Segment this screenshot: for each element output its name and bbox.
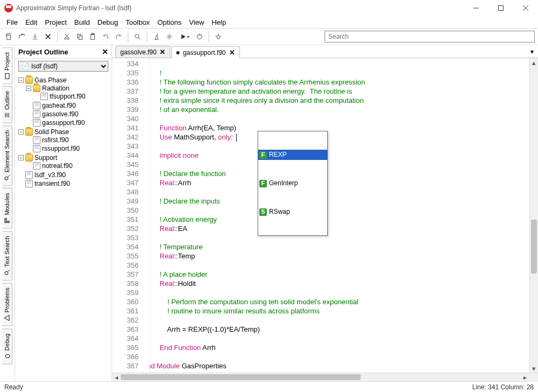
debug-button[interactable] (212, 31, 224, 43)
tree-folder-solid-phase[interactable]: Solid Phase (35, 128, 69, 136)
menu-build[interactable]: Build (71, 17, 93, 27)
svg-line-23 (216, 36, 217, 37)
svg-line-24 (220, 36, 222, 37)
svg-point-29 (5, 177, 8, 180)
undo-button[interactable] (100, 31, 112, 43)
open-button[interactable] (16, 31, 28, 43)
tree-file[interactable]: transient.f90 (35, 180, 70, 187)
svg-point-19 (168, 36, 170, 38)
tree-file[interactable]: tfsupport.f90 (50, 93, 86, 100)
menu-view[interactable]: View (186, 17, 208, 27)
scrollbar-thumb[interactable] (531, 220, 537, 274)
tree-file[interactable]: rsfirst.f90 (42, 136, 68, 144)
tree-file[interactable]: gassolve.f90 (42, 110, 78, 118)
file-icon (25, 180, 33, 187)
folder-icon (25, 154, 33, 162)
editor-tabs: gassolve.f90✕ gassupport.f90✕ ▾ (112, 45, 538, 58)
tree-file[interactable]: lsdf_v3.f90 (35, 171, 66, 179)
svg-point-36 (5, 354, 10, 358)
vtab-outline[interactable]: Outline (2, 86, 12, 123)
scrollbar-thumb[interactable] (121, 374, 361, 380)
minimize-button[interactable] (464, 0, 488, 16)
editor-area: gassolve.f90✕ gassupport.f90✕ ▾ 334 335 … (112, 45, 538, 381)
autocomplete-item[interactable]: FREXP (258, 150, 327, 160)
autocomplete-item[interactable]: FGenInterp (258, 178, 327, 188)
svg-point-34 (5, 271, 8, 275)
horizontal-scrollbar[interactable]: ◂ ▸ (112, 373, 538, 381)
titlebar: Approximatrix Simply Fortran - lsdf (lsd… (0, 0, 538, 16)
close-tab-icon[interactable]: ✕ (229, 48, 235, 57)
tree-file[interactable]: gasheat.f90 (42, 102, 76, 109)
file-icon (33, 136, 40, 144)
status-message: Ready (4, 383, 23, 391)
autocomplete-popup[interactable]: FREXP FGenInterp SRSwap (258, 131, 328, 236)
svg-point-21 (217, 35, 219, 39)
menubar: File Edit Project Build Debug Toolbox Op… (0, 16, 538, 28)
close-button[interactable] (513, 0, 538, 16)
file-icon (33, 102, 40, 109)
vtab-project[interactable]: Project (2, 47, 12, 84)
clean-button[interactable] (150, 31, 162, 43)
menu-edit[interactable]: Edit (22, 17, 40, 27)
autocomplete-item[interactable]: SRSwap (258, 207, 327, 217)
tab-gassupport[interactable]: gassupport.f90✕ (171, 46, 239, 58)
close-panel-button[interactable]: ✕ (102, 47, 108, 56)
kind-function-icon: F (259, 180, 267, 187)
svg-point-8 (65, 38, 67, 40)
svg-rect-1 (499, 6, 503, 11)
folder-icon (33, 85, 40, 92)
vtab-modules[interactable]: Modules (2, 188, 12, 229)
vtab-problems[interactable]: Problems (2, 283, 12, 326)
file-icon (33, 162, 40, 170)
file-icon (33, 110, 40, 118)
search-input[interactable] (325, 31, 535, 43)
tree-file[interactable]: gassupport.f90 (42, 119, 85, 127)
file-icon (33, 119, 40, 127)
svg-line-17 (139, 38, 141, 40)
side-tab-strip: Project Outline Element Search Modules T… (0, 45, 15, 381)
tree-folder-radiation[interactable]: Radiation (42, 85, 70, 92)
menu-debug[interactable]: Debug (94, 17, 121, 27)
project-outline-panel: Project Outline ✕ 📄 lsdf (lsdf) −Gas Pha… (15, 45, 112, 381)
delete-button[interactable] (42, 31, 54, 43)
menu-project[interactable]: Project (42, 17, 70, 27)
save-button[interactable] (29, 31, 41, 43)
text-caret (236, 134, 237, 142)
code-editor[interactable]: ▭! ! The following function simply calcu… (150, 58, 529, 373)
maximize-button[interactable] (488, 0, 513, 16)
cut-button[interactable] (61, 31, 73, 43)
project-select[interactable]: 📄 lsdf (lsdf) (18, 61, 108, 72)
menu-file[interactable]: File (3, 17, 21, 27)
line-gutter[interactable]: 334 335 336 337 338 339 340 341 342 343 … (112, 58, 150, 373)
file-icon (33, 145, 40, 152)
menu-help[interactable]: Help (209, 17, 230, 27)
redo-button[interactable] (113, 31, 125, 43)
new-file-button[interactable] (3, 31, 15, 43)
vtab-text-search[interactable]: Text Search (2, 231, 12, 281)
menu-toolbox[interactable]: Toolbox (122, 17, 153, 27)
run-button[interactable]: ▾ (176, 31, 192, 43)
window-title: Approximatrix Simply Fortran - lsdf (lsd… (16, 4, 464, 12)
vertical-scrollbar[interactable]: ▴ ▾ (529, 58, 538, 373)
close-tab-icon[interactable]: ✕ (160, 48, 165, 56)
tree-file[interactable]: rssupport.f90 (42, 145, 80, 152)
project-tree[interactable]: −Gas Phase −Radiation tfsupport.f90 gash… (15, 74, 112, 381)
tree-file[interactable]: notreal.f90 (42, 162, 73, 170)
vtab-element-search[interactable]: Element Search (2, 125, 12, 186)
tree-folder-support[interactable]: Support (35, 154, 57, 162)
vtab-debug[interactable]: Debug (2, 328, 12, 364)
settings-button[interactable] (163, 31, 175, 43)
find-button[interactable] (132, 31, 143, 43)
tab-gassolve[interactable]: gassolve.f90✕ (115, 46, 170, 58)
app-icon (4, 4, 13, 12)
tree-folder-gas-phase[interactable]: Gas Phase (35, 76, 66, 84)
svg-line-10 (65, 34, 68, 38)
menu-options[interactable]: Options (154, 17, 185, 27)
file-icon (40, 93, 48, 100)
copy-button[interactable] (74, 31, 86, 43)
paste-button[interactable] (87, 31, 99, 43)
toolbar: ▾ (0, 28, 538, 45)
statusbar: Ready Line: 341 Column: 28 (0, 381, 538, 392)
tabs-overflow-button[interactable]: ▾ (526, 46, 538, 58)
stop-button[interactable] (194, 31, 205, 43)
